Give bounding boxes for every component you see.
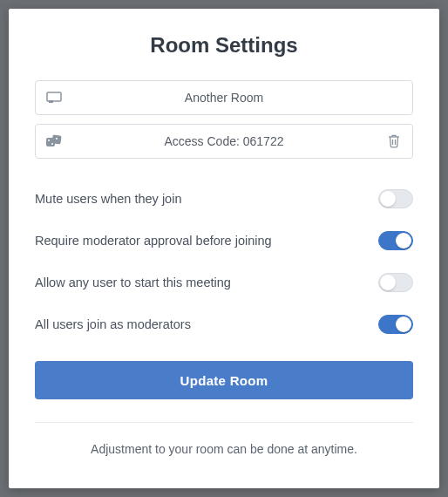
svg-point-4 bbox=[48, 140, 50, 141]
setting-label: Require moderator approval before joinin… bbox=[35, 234, 272, 248]
svg-rect-1 bbox=[49, 100, 53, 103]
update-room-button[interactable]: Update Room bbox=[35, 361, 413, 399]
setting-label: Mute users when they join bbox=[35, 192, 181, 206]
toggle-require-moderator-approval[interactable] bbox=[378, 231, 413, 250]
room-name-field[interactable]: Another Room bbox=[35, 80, 413, 115]
divider bbox=[35, 422, 413, 423]
trash-icon[interactable] bbox=[376, 134, 412, 148]
modal-title: Room Settings bbox=[35, 33, 413, 58]
settings-list: Mute users when they joinRequire moderat… bbox=[35, 178, 413, 345]
setting-row-join-as-moderators: All users join as moderators bbox=[35, 303, 413, 345]
footnote-text: Adjustment to your room can be done at a… bbox=[35, 442, 413, 456]
toggle-knob bbox=[380, 191, 396, 207]
setting-label: Allow any user to start this meeting bbox=[35, 276, 231, 289]
chalkboard-icon bbox=[36, 92, 72, 104]
toggle-knob bbox=[396, 317, 411, 332]
room-name-value: Another Room bbox=[72, 91, 412, 105]
setting-row-allow-start-meeting: Allow any user to start this meeting bbox=[35, 262, 413, 303]
setting-label: All users join as moderators bbox=[35, 317, 191, 331]
dice-icon bbox=[36, 134, 72, 148]
setting-row-mute-users: Mute users when they join bbox=[35, 178, 413, 220]
svg-rect-0 bbox=[47, 92, 61, 101]
access-code-value: Access Code: 061722 bbox=[72, 134, 376, 148]
toggle-mute-users[interactable] bbox=[378, 189, 413, 208]
setting-row-require-moderator-approval: Require moderator approval before joinin… bbox=[35, 220, 413, 262]
svg-point-5 bbox=[51, 143, 53, 145]
room-settings-modal: Room Settings Another Room Access Code: … bbox=[9, 9, 439, 488]
svg-point-6 bbox=[56, 138, 58, 140]
toggle-knob bbox=[396, 233, 411, 248]
toggle-allow-start-meeting[interactable] bbox=[378, 273, 413, 292]
access-code-field[interactable]: Access Code: 061722 bbox=[35, 124, 413, 159]
toggle-join-as-moderators[interactable] bbox=[378, 315, 413, 334]
toggle-knob bbox=[380, 275, 396, 290]
